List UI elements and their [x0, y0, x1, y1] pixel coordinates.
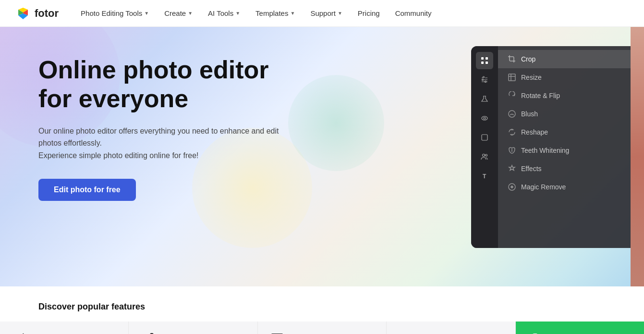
sidebar-icon-people[interactable]: [476, 148, 493, 165]
editor-sidebar: T: [471, 46, 498, 248]
menu-item-crop-label: Crop: [521, 55, 535, 63]
hero-description: Our online photo editor offers everythin…: [38, 125, 288, 162]
menu-item-resize-label: Resize: [521, 74, 542, 81]
menu-item-teeth[interactable]: Teeth Whitening: [498, 141, 644, 160]
svg-rect-7: [482, 135, 487, 140]
navbar: fotor Photo Editing Tools ▼ Create ▼ AI …: [0, 0, 644, 27]
editor-panel: T Crop Resize Rotate & Flip Blus: [471, 46, 644, 248]
chevron-down-icon: ▼: [188, 11, 193, 16]
sidebar-icon-flask[interactable]: [476, 90, 493, 108]
nav-item-photo-editing[interactable]: Photo Editing Tools ▼: [74, 5, 156, 21]
nav-item-support[interactable]: Support ▼: [304, 5, 349, 21]
menu-item-effects[interactable]: Effects: [498, 160, 644, 178]
features-row: Create a design AI image generator Enhan…: [0, 322, 644, 334]
remove-bg-icon: [398, 331, 413, 334]
wand-icon: [12, 331, 27, 334]
editor-menu: Crop Resize Rotate & Flip Blush Reshape: [498, 46, 644, 248]
menu-item-blush[interactable]: Blush: [498, 105, 644, 123]
svg-point-5: [482, 116, 487, 120]
svg-point-8: [483, 154, 485, 157]
svg-point-9: [486, 154, 487, 156]
ai-gen-icon: [140, 331, 156, 334]
hero-content: Online photo editor for everyone Our onl…: [0, 27, 336, 220]
discover-title: Discover popular features: [38, 302, 606, 312]
menu-item-teeth-label: Teeth Whitening: [521, 147, 569, 154]
nav-item-create[interactable]: Create ▼: [158, 5, 199, 21]
photo-strip: [631, 27, 644, 286]
menu-item-blush-label: Blush: [521, 110, 538, 118]
chevron-down-icon: ▼: [235, 11, 240, 16]
photo-art-icon: [527, 331, 543, 334]
nav-item-ai-tools[interactable]: AI Tools ▼: [201, 5, 247, 21]
sidebar-icon-eye[interactable]: [476, 110, 493, 127]
nav-menu: Photo Editing Tools ▼ Create ▼ AI Tools …: [74, 5, 438, 21]
feature-card-remove-bg[interactable]: Remove background: [387, 322, 515, 334]
discover-section: Discover popular features Create a desig…: [0, 286, 644, 334]
svg-rect-2: [486, 57, 488, 60]
chevron-down-icon: ▼: [338, 11, 342, 16]
edit-photo-free-button[interactable]: Edit photo for free: [38, 179, 136, 201]
sidebar-icon-sliders[interactable]: [476, 71, 493, 88]
menu-item-resize[interactable]: Resize: [498, 68, 644, 87]
logo-text: fotor: [35, 7, 59, 20]
chevron-down-icon: ▼: [290, 11, 295, 16]
menu-item-effects-label: Effects: [521, 165, 542, 173]
svg-text:T: T: [483, 173, 486, 180]
menu-item-rotate-label: Rotate & Flip: [521, 92, 560, 99]
menu-item-magic[interactable]: Magic Remove: [498, 178, 644, 196]
svg-rect-4: [486, 62, 488, 64]
menu-item-reshape-label: Reshape: [521, 128, 548, 136]
svg-point-6: [484, 117, 486, 119]
menu-item-rotate[interactable]: Rotate & Flip: [498, 87, 644, 105]
sidebar-icon-grid[interactable]: [476, 52, 493, 69]
feature-card-enhance-photo[interactable]: Enhance photo: [258, 322, 387, 334]
nav-item-community[interactable]: Community: [389, 5, 438, 21]
feature-card-photo-to-art[interactable]: Photo to art: [516, 322, 644, 334]
chevron-down-icon: ▼: [144, 11, 149, 16]
feature-card-create-design[interactable]: Create a design: [0, 322, 129, 334]
menu-item-crop[interactable]: Crop: [498, 50, 644, 68]
menu-item-reshape[interactable]: Reshape: [498, 123, 644, 141]
svg-rect-1: [481, 57, 484, 60]
enhance-icon: [269, 331, 285, 334]
menu-item-magic-label: Magic Remove: [521, 183, 566, 191]
sidebar-icon-square[interactable]: [476, 129, 493, 146]
hero-title: Online photo editor for everyone: [38, 56, 298, 113]
hero-section: Online photo editor for everyone Our onl…: [0, 27, 644, 286]
svg-rect-3: [481, 62, 484, 64]
svg-rect-11: [509, 74, 515, 81]
nav-item-templates[interactable]: Templates ▼: [249, 5, 302, 21]
fotor-logo-icon: [15, 6, 31, 21]
sidebar-icon-text[interactable]: T: [476, 167, 493, 185]
nav-item-pricing[interactable]: Pricing: [351, 5, 387, 21]
logo[interactable]: fotor: [15, 6, 59, 21]
feature-card-ai-generator[interactable]: AI image generator: [129, 322, 257, 334]
